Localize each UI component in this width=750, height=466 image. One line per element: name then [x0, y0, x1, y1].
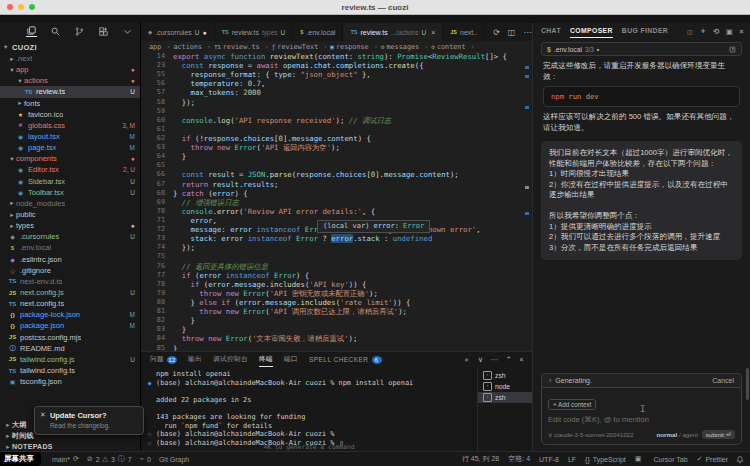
breadcrumb-item[interactable]: actions › [173, 43, 214, 51]
code-line[interactable]: 55 response_format: { type: "json_object… [141, 70, 532, 79]
status-bar-item[interactable]: 行 45, 列 28 [462, 454, 499, 464]
tree-item[interactable]: $ .env.local [0, 242, 140, 253]
source-control-icon[interactable] [74, 26, 85, 37]
chat-input-placeholder[interactable]: Edit code (⌘K), @ to mention [548, 415, 735, 424]
status-bar-item[interactable]: Cursor Tab [653, 456, 687, 463]
scrollbar-thumb[interactable] [746, 368, 749, 400]
code-line[interactable]: 68 } catch (error) { [141, 189, 532, 198]
new-chat-icon[interactable]: ＋ [699, 26, 707, 36]
tree-item[interactable]: ★ favicon.ico [0, 109, 140, 120]
editor-tab[interactable]: TS review.ts .../actions U × [343, 23, 443, 41]
code-line[interactable]: 77 if (error instanceof Error) { [141, 271, 532, 280]
tree-item[interactable]: TS tailwind.config.ts [0, 365, 140, 376]
tree-item[interactable]: {} package-lock.json M [0, 309, 140, 320]
code-line[interactable]: 79 throw new Error('API 密钥无效或未配置正确'); [141, 289, 532, 298]
code-line[interactable]: 84 throw new Error('文本审阅失败，请稍后重试'); [141, 334, 532, 343]
panel-tab[interactable]: 输出 [188, 353, 202, 366]
terminal-session-item[interactable]: › zsh [478, 370, 532, 381]
open-file-icon[interactable] [729, 46, 736, 53]
tree-item[interactable]: ◇ .gitignore [0, 265, 140, 276]
panel-layout-icon[interactable]: ◫ [687, 28, 693, 35]
chat-tab[interactable]: BUG FINDER [622, 24, 668, 38]
chat-input-box[interactable]: + Add context Edit code (⌘K), @ to menti… [541, 387, 742, 445]
chat-tab[interactable]: CHAT [541, 24, 561, 38]
search-icon[interactable] [50, 26, 61, 37]
editor-action-icon[interactable]: ⋯ [523, 28, 531, 37]
code-line[interactable]: 74 }); [141, 243, 532, 252]
tree-item[interactable]: ◉ page.tsx M [0, 142, 140, 153]
tree-item[interactable]: ▾ app ● [0, 64, 140, 75]
tree-item[interactable]: # globals.css 3, M [0, 120, 140, 131]
code-line[interactable]: 67 return result.results; [141, 180, 532, 189]
code-line[interactable]: 56 temperature: 0.7, [141, 79, 532, 88]
code-line[interactable]: 66 const result = JSON.parse(response.ch… [141, 170, 532, 179]
code-editor[interactable]: 14 export async function reviewText(cont… [141, 52, 532, 351]
panel-tab[interactable]: 调试控制台 [213, 353, 248, 366]
context-file-chip[interactable]: $ .env.local 3/3 • [541, 42, 742, 56]
tree-item[interactable]: ◉ Toolbar.tsx U [0, 187, 140, 198]
editor-tab[interactable]: JS next.. [443, 23, 485, 41]
chevron-down-icon[interactable] [122, 26, 133, 37]
code-line[interactable]: 80 } else if (error.message.includes('ra… [141, 298, 532, 307]
code-line[interactable]: 62 if (!response.choices[0].message.cont… [141, 134, 532, 143]
code-line[interactable]: 78 if (error.message.includes('API key')… [141, 280, 532, 289]
panel-tab[interactable]: 终端 [259, 353, 273, 367]
terminal-dropdown-icon[interactable]: ∨ [478, 355, 484, 365]
terminal-session-item[interactable]: › zsh [478, 392, 532, 403]
tree-item[interactable]: ▸ public [0, 209, 140, 220]
code-line[interactable]: 75 [141, 252, 532, 261]
status-bar-item[interactable]: LF [568, 456, 576, 463]
editor-tab[interactable]: $ .env.local [293, 23, 343, 41]
add-context-button[interactable]: + Add context [548, 399, 596, 410]
cancel-button[interactable]: Cancel [712, 377, 734, 384]
tree-item[interactable]: ▸ .next [0, 53, 140, 64]
status-bar-item[interactable]: ▣ [635, 455, 645, 463]
ports-indicator[interactable]: ⌁0 [140, 455, 151, 463]
close-tab-icon[interactable]: × [431, 29, 435, 36]
terminal-session-item[interactable]: › node [478, 381, 532, 392]
close-icon[interactable]: × [739, 27, 744, 36]
tree-item[interactable]: ◆ .eslintrc.json [0, 254, 140, 265]
project-root[interactable]: ▾ CUOZI [0, 41, 140, 53]
tree-item[interactable]: ▾ actions ● [0, 75, 140, 86]
mode-toggle[interactable]: normal / agent [657, 431, 698, 438]
editor-tab[interactable]: TS review.ts types U [215, 23, 294, 41]
panel-tab[interactable]: SPELL CHECKER 6 [309, 354, 382, 366]
more-actions-icon[interactable]: ⋯ [491, 355, 499, 365]
code-line[interactable]: 64 } [141, 152, 532, 161]
tree-item[interactable]: TS next.config.ts [0, 298, 140, 309]
files-icon[interactable] [26, 25, 37, 37]
expand-icon[interactable]: ▣ [726, 27, 734, 36]
git-graph-button[interactable]: Git Graph [159, 456, 189, 463]
code-line[interactable]: 70 console.error('Review API error detai… [141, 207, 532, 216]
notifications-bell-icon[interactable] [736, 455, 750, 464]
editor-tab[interactable]: ◆ .cursorrules U ● [141, 23, 215, 41]
tree-item[interactable]: ▸ types ● [0, 220, 140, 231]
code-line[interactable]: 59 [141, 107, 532, 116]
tree-item[interactable]: JS postcss.config.mjs [0, 332, 140, 343]
terminal[interactable]: npm install openai ● (base) alchain@alch… [141, 367, 477, 452]
code-line[interactable]: 58 }); [141, 98, 532, 107]
code-line[interactable]: 61 [141, 125, 532, 134]
extensions-icon[interactable] [98, 26, 109, 37]
code-line[interactable]: 82 } [141, 316, 532, 325]
tree-item[interactable]: JS next.config.js U [0, 287, 140, 298]
status-bar-item[interactable]: {} TypeScript [585, 456, 626, 463]
screen-share-indicator[interactable]: 屏幕共享 [0, 452, 41, 466]
tree-item[interactable]: JS tailwind.config.js U [0, 354, 140, 365]
problems-indicator[interactable]: ⊘2 △3 ⓘ7 [87, 454, 132, 464]
code-line[interactable]: 85 } [141, 344, 532, 352]
git-branch-indicator[interactable]: main* ⟳ [52, 455, 79, 463]
code-line[interactable]: 73 stack: error instanceof Error ? error… [141, 234, 532, 243]
code-line[interactable]: 14 export async function reviewText(cont… [141, 52, 532, 61]
editor-action-icon[interactable]: ◫ [508, 28, 516, 37]
code-line[interactable]: 81 throw new Error('API 调用次数已达上限，请稍后再试')… [141, 307, 532, 316]
code-line[interactable]: 63 throw new Error('API 返回内容为空'); [141, 143, 532, 152]
breadcrumb-item[interactable]: ▣ response › [330, 43, 380, 51]
panel-tab[interactable]: 端口 [284, 353, 298, 366]
history-icon[interactable]: ⟲ [713, 27, 720, 36]
status-bar-item[interactable]: ✓ Prettier [697, 455, 728, 463]
code-line[interactable]: 65 [141, 161, 532, 170]
breadcrumb-item[interactable]: ⚙ messages › [381, 43, 431, 51]
editor-action-icon[interactable]: ⟳ [493, 28, 500, 37]
